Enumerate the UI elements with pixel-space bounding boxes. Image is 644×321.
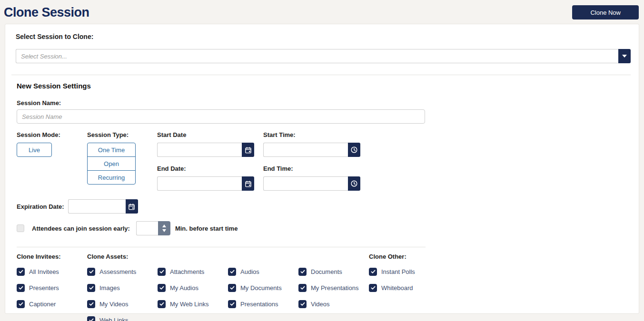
minutes-suffix-label: Min. before start time (175, 225, 238, 232)
checkbox-checked[interactable] (17, 300, 25, 308)
checkmark-icon (229, 285, 235, 291)
clone-column-4: DocumentsMy PresentationsVideos (298, 253, 369, 321)
minutes-stepper[interactable] (158, 221, 170, 235)
clone-item-captioner[interactable]: Captioner (17, 296, 87, 312)
time-column: Start Time: End Time: (263, 131, 361, 191)
checkbox-checked[interactable] (17, 268, 25, 276)
checkbox-checked[interactable] (87, 300, 95, 308)
end-date-input[interactable] (157, 176, 242, 191)
clone-item-my-videos[interactable]: My Videos (87, 296, 158, 312)
clone-item-label: Web Links (99, 317, 128, 321)
session-mode-column: Session Mode: Live (17, 131, 87, 191)
checkbox-checked[interactable] (158, 268, 166, 276)
start-time-label: Start Time: (263, 131, 361, 138)
checkbox-checked[interactable] (158, 300, 166, 308)
clone-column-header (228, 253, 298, 263)
attendees-early-label: Attendees can join session early: (32, 225, 130, 232)
clone-item-web-links[interactable]: Web Links (87, 312, 158, 321)
clock-icon (350, 180, 358, 187)
stepper-up-icon[interactable] (162, 224, 166, 227)
clone-item-label: Audios (240, 268, 259, 275)
session-type-group: One TimeOpenRecurring (87, 143, 136, 185)
clone-now-button[interactable]: Clone Now (572, 5, 639, 19)
attendees-early-checkbox[interactable] (17, 224, 24, 232)
clone-item-label: My Web Links (170, 301, 208, 308)
checkmark-icon (89, 301, 94, 307)
clone-item-label: Assessments (99, 268, 136, 275)
expiration-date-calendar-button[interactable] (126, 199, 138, 214)
start-time-clock-button[interactable] (348, 143, 360, 157)
clone-column-header: Clone Assets: (87, 253, 158, 263)
expiration-date-input[interactable] (68, 199, 126, 214)
checkmark-icon (159, 269, 165, 274)
clone-item-my-web-links[interactable]: My Web Links (158, 296, 228, 312)
session-mode-live-button[interactable]: Live (17, 143, 52, 157)
clone-column-header: Clone Invitees: (17, 253, 87, 263)
clone-item-images[interactable]: Images (87, 280, 158, 296)
clone-column-5: Clone Other:Instant PollsWhiteboard (369, 253, 439, 321)
clone-item-my-presentations[interactable]: My Presentations (298, 280, 369, 296)
session-controls-row: Session Mode: Live Session Type: One Tim… (17, 131, 631, 191)
clone-item-my-documents[interactable]: My Documents (228, 280, 298, 296)
checkbox-checked[interactable] (298, 300, 307, 308)
clone-item-all-invitees[interactable]: All Invitees (17, 263, 87, 280)
checkbox-checked[interactable] (228, 284, 236, 292)
checkbox-checked[interactable] (228, 300, 236, 308)
end-date-calendar-button[interactable] (242, 176, 254, 191)
checkbox-checked[interactable] (298, 284, 307, 292)
clone-item-presentations[interactable]: Presentations (228, 296, 298, 312)
checkbox-checked[interactable] (87, 284, 95, 292)
clone-item-whiteboard[interactable]: Whiteboard (369, 280, 439, 296)
clone-item-assessments[interactable]: Assessments (87, 263, 158, 280)
end-time-input[interactable] (263, 176, 348, 191)
session-name-field: Session Name: (17, 99, 631, 124)
select-session-input[interactable] (16, 49, 618, 63)
checkmark-icon (300, 301, 306, 307)
checkbox-checked[interactable] (87, 316, 95, 321)
session-mode-label: Session Mode: (17, 131, 87, 138)
stepper-down-icon[interactable] (162, 229, 166, 232)
checkbox-checked[interactable] (228, 268, 236, 276)
clone-item-videos[interactable]: Videos (298, 296, 369, 312)
checkbox-checked[interactable] (158, 284, 166, 292)
attendees-early-row: Attendees can join session early: Min. b… (17, 221, 631, 235)
checkbox-checked[interactable] (369, 284, 377, 292)
page-title: Clone Session (4, 5, 89, 20)
end-date-field (157, 176, 263, 191)
expiration-date-label: Expiration Date: (17, 203, 64, 210)
select-session-dropdown-button[interactable] (618, 49, 631, 63)
start-date-input[interactable] (157, 143, 242, 157)
checkmark-icon (370, 285, 376, 291)
checkmark-icon (159, 301, 165, 307)
checkbox-checked[interactable] (298, 268, 307, 276)
start-date-label: Start Date (157, 131, 263, 138)
session-name-input[interactable] (17, 109, 425, 124)
checkmark-icon (300, 269, 306, 274)
checkmark-icon (89, 317, 94, 321)
clone-column-1: Clone Assets:AssessmentsImagesMy VideosW… (87, 253, 158, 321)
clone-item-audios[interactable]: Audios (228, 263, 298, 280)
checkmark-icon (18, 269, 24, 274)
clone-options-grid: Clone Invitees:All InviteesPresentersCap… (17, 253, 631, 321)
start-date-calendar-button[interactable] (242, 143, 254, 157)
session-type-option-open[interactable]: Open (87, 156, 136, 171)
select-session-row (16, 49, 631, 63)
end-time-clock-button[interactable] (348, 176, 360, 191)
checkbox-checked[interactable] (369, 268, 377, 276)
session-type-option-one-time[interactable]: One Time (87, 143, 136, 157)
minutes-input[interactable] (136, 221, 158, 235)
clone-item-label: My Videos (99, 301, 128, 308)
clone-item-instant-polls[interactable]: Instant Polls (369, 263, 439, 280)
clone-item-label: My Documents (240, 284, 282, 292)
checkbox-checked[interactable] (87, 268, 95, 276)
expiration-date-field: Expiration Date: (17, 199, 631, 214)
clone-item-presenters[interactable]: Presenters (17, 280, 87, 296)
clone-item-my-audios[interactable]: My Audios (158, 280, 228, 296)
start-time-input[interactable] (263, 143, 348, 157)
clone-item-label: My Audios (170, 284, 198, 292)
calendar-icon (245, 180, 252, 187)
clone-item-documents[interactable]: Documents (298, 263, 369, 280)
clone-item-attachments[interactable]: Attachments (158, 263, 228, 280)
session-type-option-recurring[interactable]: Recurring (87, 170, 136, 185)
checkbox-checked[interactable] (17, 284, 25, 292)
